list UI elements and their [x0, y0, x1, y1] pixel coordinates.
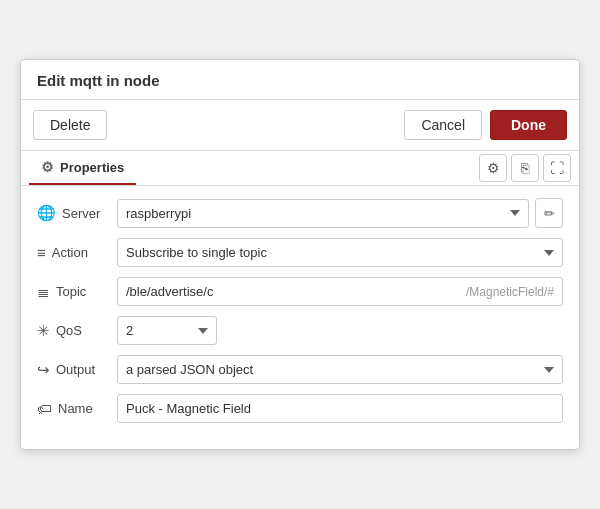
pencil-icon: ✏: [544, 206, 555, 221]
output-row: ↪ Output a parsed JSON objecta UTF8 stri…: [37, 355, 563, 384]
topic-control-wrap: /ble/advertise/c /MagneticField/#: [117, 277, 563, 306]
topic-input-display[interactable]: /ble/advertise/c /MagneticField/#: [117, 277, 563, 306]
tab-copy-button[interactable]: ⎘: [511, 154, 539, 182]
topic-icon: ≣: [37, 283, 50, 301]
output-label: ↪ Output: [37, 361, 117, 379]
delete-button[interactable]: Delete: [33, 110, 107, 140]
tabs-bar: ⚙ Properties ⚙ ⎘ ⛶: [21, 151, 579, 186]
done-button[interactable]: Done: [490, 110, 567, 140]
action-select[interactable]: Subscribe to single topicPublish to sing…: [117, 238, 563, 267]
toolbar-right: Cancel Done: [404, 110, 567, 140]
server-row: 🌐 Server raspberrypi ✏: [37, 198, 563, 228]
name-row: 🏷 Name: [37, 394, 563, 423]
server-label: 🌐 Server: [37, 204, 117, 222]
dialog-toolbar: Delete Cancel Done: [21, 100, 579, 151]
action-icon: ≡: [37, 244, 46, 261]
qos-label: ✳ QoS: [37, 322, 117, 340]
dialog-title: Edit mqtt in node: [21, 60, 579, 100]
name-input[interactable]: [117, 394, 563, 423]
qos-select[interactable]: 2: [117, 316, 217, 345]
tab-expand-button[interactable]: ⛶: [543, 154, 571, 182]
server-control-wrap: raspberrypi ✏: [117, 198, 563, 228]
tab-gear-button[interactable]: ⚙: [479, 154, 507, 182]
qos-row: ✳ QoS 2: [37, 316, 563, 345]
qos-icon: ✳: [37, 322, 50, 340]
output-icon: ↪: [37, 361, 50, 379]
tab-copy-icon: ⎘: [521, 160, 529, 176]
server-icon: 🌐: [37, 204, 56, 222]
output-control-wrap: a parsed JSON objecta UTF8 stringa binar…: [117, 355, 563, 384]
name-icon: 🏷: [37, 400, 52, 417]
form-body: 🌐 Server raspberrypi ✏ ≡ Action Subscrib…: [21, 186, 579, 449]
action-control-wrap: Subscribe to single topicPublish to sing…: [117, 238, 563, 267]
tab-properties-label: Properties: [60, 160, 124, 175]
topic-value: /ble/advertise/c: [126, 284, 213, 299]
tab-gear-icon: ⚙: [487, 160, 500, 176]
tab-properties[interactable]: ⚙ Properties: [29, 151, 136, 185]
output-select[interactable]: a parsed JSON objecta UTF8 stringa binar…: [117, 355, 563, 384]
properties-tab-icon: ⚙: [41, 159, 54, 175]
topic-label: ≣ Topic: [37, 283, 117, 301]
topic-row: ≣ Topic /ble/advertise/c /MagneticField/…: [37, 277, 563, 306]
cancel-button[interactable]: Cancel: [404, 110, 482, 140]
tab-actions: ⚙ ⎘ ⛶: [479, 154, 571, 182]
server-select[interactable]: raspberrypi: [117, 199, 529, 228]
qos-control-wrap: 2: [117, 316, 563, 345]
action-row: ≡ Action Subscribe to single topicPublis…: [37, 238, 563, 267]
name-label: 🏷 Name: [37, 400, 117, 417]
action-label: ≡ Action: [37, 244, 117, 261]
edit-dialog: Edit mqtt in node Delete Cancel Done ⚙ P…: [20, 59, 580, 450]
topic-suffix: /MagneticField/#: [466, 285, 554, 299]
server-edit-button[interactable]: ✏: [535, 198, 563, 228]
name-control-wrap: [117, 394, 563, 423]
tab-expand-icon: ⛶: [550, 160, 564, 176]
